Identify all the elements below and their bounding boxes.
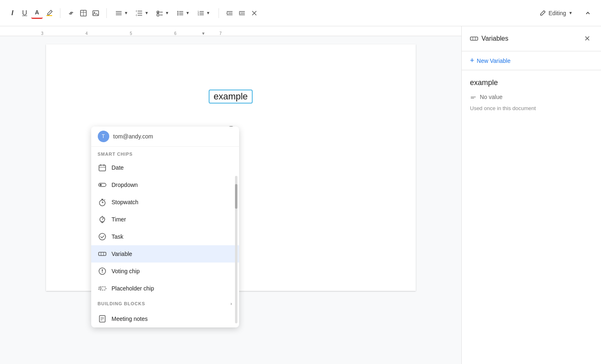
- building-blocks-row[interactable]: BUILDING BLOCKS ›: [91, 297, 239, 310]
- stopwatch-icon: [98, 198, 107, 207]
- smart-chip-timer-label: Timer: [112, 216, 126, 223]
- separator-2: [106, 8, 107, 18]
- smart-chip-date[interactable]: Date: [91, 159, 239, 176]
- numbered-list-dropdown[interactable]: 1. 2. 3. ▼: [194, 8, 214, 18]
- voting-icon: [98, 267, 107, 276]
- insert-group: [65, 7, 101, 19]
- insert-table-button[interactable]: [78, 7, 89, 19]
- building-block-meeting-notes[interactable]: Meeting notes: [91, 310, 239, 327]
- placeholder-icon: [98, 284, 107, 293]
- smart-chip-task-label: Task: [112, 233, 124, 240]
- date-icon: [98, 163, 107, 172]
- svg-text:3.: 3.: [198, 14, 200, 16]
- checklist-dropdown[interactable]: ▼: [153, 8, 173, 18]
- email-avatar: T: [98, 131, 109, 142]
- svg-point-17: [177, 11, 178, 12]
- smart-chip-stopwatch[interactable]: Stopwatch: [91, 194, 239, 211]
- email-suggestion-item[interactable]: T tom@andy.com: [91, 127, 239, 147]
- dropdown-chip-icon: [98, 180, 107, 189]
- building-block-meeting-notes-label: Meeting notes: [112, 316, 148, 322]
- clear-formatting-button[interactable]: [249, 7, 260, 19]
- svg-point-6: [94, 12, 95, 13]
- ruler: 3 4 5 6 ▼ 7: [0, 26, 461, 36]
- separator-1: [60, 8, 60, 18]
- align-group: ▼ ▼ ▼: [112, 8, 214, 18]
- ruler-mark-5: 5: [130, 31, 132, 36]
- timer-icon: [98, 215, 107, 224]
- bullets-dropdown[interactable]: ▼: [173, 8, 193, 18]
- smart-chips-label: SMART CHIPS: [91, 147, 239, 159]
- smart-chip-dropdown[interactable]: Dropdown: [91, 176, 239, 194]
- svg-line-1: [71, 13, 71, 14]
- smart-chip-timer[interactable]: Timer: [91, 211, 239, 228]
- svg-rect-0: [46, 15, 52, 16]
- variable-icon: [98, 249, 107, 258]
- building-blocks-arrow: ›: [230, 301, 233, 306]
- ruler-mark-3: 3: [41, 31, 44, 36]
- sidebar-title: Variables: [481, 35, 509, 42]
- svg-point-55: [100, 288, 101, 289]
- new-variable-label: New Variable: [477, 58, 511, 64]
- new-variable-button[interactable]: + New Variable: [462, 51, 601, 70]
- smart-chip-placeholder-label: Placeholder chip: [112, 285, 154, 292]
- collapse-toolbar-button[interactable]: [581, 7, 594, 20]
- smart-chip-voting-label: Voting chip: [112, 268, 140, 274]
- separator-3: [219, 8, 219, 18]
- document-page[interactable]: example @ T tom@andy.com SMART CHIPS: [46, 44, 416, 291]
- indent-group: [224, 7, 260, 19]
- editing-label: Editing: [548, 10, 566, 16]
- sidebar-close-button[interactable]: ✕: [581, 33, 593, 44]
- insert-image-button[interactable]: [90, 7, 101, 19]
- svg-rect-15: [157, 14, 159, 16]
- no-value-icon: [470, 94, 477, 100]
- svg-point-21: [177, 14, 178, 15]
- variables-sidebar: Variables ✕ + New Variable example No va…: [461, 26, 601, 364]
- variable-usage-text: Used once in this document: [470, 105, 593, 111]
- svg-rect-44: [101, 199, 103, 200]
- variable-detail-name: example: [470, 78, 593, 87]
- align-dropdown[interactable]: ▼: [112, 8, 131, 18]
- highlight-button[interactable]: [44, 7, 55, 19]
- variable-chip[interactable]: example: [209, 90, 253, 104]
- variable-value-label: No value: [480, 94, 502, 100]
- svg-point-48: [99, 233, 106, 240]
- editing-dropdown[interactable]: Editing ▼: [534, 7, 578, 19]
- svg-rect-35: [99, 165, 106, 171]
- underline-button[interactable]: U: [19, 7, 30, 19]
- smart-chip-voting[interactable]: Voting chip: [91, 263, 239, 280]
- italic-button[interactable]: I: [7, 7, 18, 19]
- svg-rect-60: [470, 37, 478, 40]
- decrease-indent-button[interactable]: [224, 7, 235, 19]
- task-icon: [98, 232, 107, 241]
- smart-chip-variable-label: Variable: [112, 251, 132, 257]
- svg-rect-49: [99, 252, 106, 256]
- building-blocks-label: BUILDING BLOCKS: [98, 301, 145, 306]
- smart-chip-placeholder[interactable]: Placeholder chip: [91, 280, 239, 297]
- new-variable-plus-icon: +: [470, 56, 474, 65]
- font-color-button[interactable]: A: [31, 7, 43, 19]
- variable-detail-panel: example No value Used once in this docum…: [462, 70, 601, 120]
- ruler-mark-6: 6: [174, 31, 177, 36]
- dropdown-scrollbar-thumb[interactable]: [235, 184, 237, 209]
- svg-point-40: [99, 184, 101, 186]
- sidebar-title-area: Variables: [470, 35, 509, 43]
- variables-title-icon: [470, 35, 478, 43]
- link-button[interactable]: [65, 7, 77, 19]
- smart-chip-variable[interactable]: Variable: [91, 245, 239, 263]
- line-spacing-dropdown[interactable]: ▼: [132, 8, 152, 18]
- sidebar-header: Variables ✕: [462, 26, 601, 51]
- main-content: 3 4 5 6 ▼ 7 example @ T tom@andy.com: [0, 26, 601, 364]
- toolbar: I U A: [0, 0, 601, 26]
- ruler-mark-4: 4: [85, 31, 88, 36]
- svg-point-19: [177, 12, 178, 14]
- ruler-mark-7: 7: [219, 31, 222, 36]
- increase-indent-button[interactable]: [236, 7, 248, 19]
- smart-chip-stopwatch-label: Stopwatch: [112, 199, 138, 205]
- email-address: tom@andy.com: [113, 133, 153, 140]
- variable-value-row: No value: [470, 94, 593, 100]
- ruler-mark-arrow: ▼: [201, 31, 205, 36]
- document-area[interactable]: 3 4 5 6 ▼ 7 example @ T tom@andy.com: [0, 26, 461, 364]
- smart-chip-task[interactable]: Task: [91, 228, 239, 245]
- smart-chips-dropdown: T tom@andy.com SMART CHIPS: [91, 127, 239, 327]
- dropdown-scrollbar[interactable]: [235, 176, 237, 323]
